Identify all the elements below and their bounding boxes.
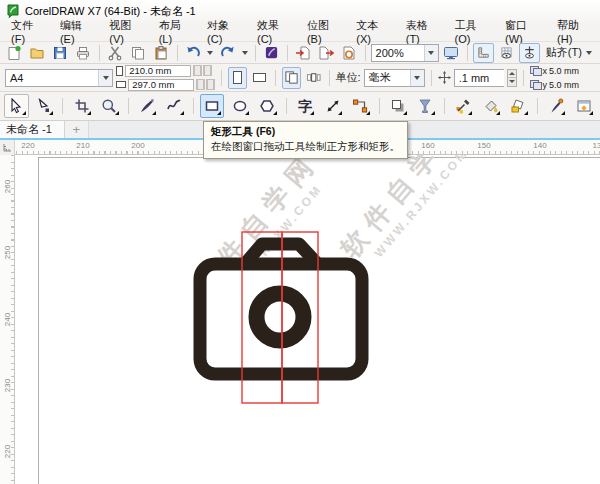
- toolbox: 字: [0, 92, 600, 121]
- duplicate-distance-group: x 5.0 mm y 5.0 mm: [530, 64, 596, 91]
- menu-help[interactable]: 帮助(H): [548, 16, 598, 47]
- shape-tool[interactable]: [32, 94, 57, 118]
- page-width-field[interactable]: 210.0 mm: [125, 65, 191, 77]
- dimension-arrow-icon: [325, 98, 341, 114]
- page-height-spinner[interactable]: [196, 79, 215, 90]
- magnifier-icon: [101, 98, 117, 114]
- ruler-number: 220: [21, 141, 34, 150]
- units-label: 单位:: [336, 70, 361, 85]
- portrait-orientation-button[interactable]: [228, 67, 247, 89]
- pen-nib-icon: [139, 98, 155, 114]
- connector-tool[interactable]: [348, 94, 373, 118]
- rectangle-icon: [204, 98, 220, 114]
- polygon-icon: [259, 98, 275, 114]
- all-pages-button[interactable]: [282, 67, 301, 89]
- page-width-icon: [116, 66, 123, 76]
- ellipse-icon: [232, 98, 248, 114]
- redo-dropdown[interactable]: [240, 43, 249, 63]
- page-width-spinner[interactable]: [193, 65, 212, 76]
- rectangle-tool[interactable]: [200, 94, 225, 118]
- pick-tool[interactable]: [4, 94, 29, 118]
- interactive-fill-tool[interactable]: [571, 94, 596, 118]
- dropdown-caret-icon[interactable]: [424, 45, 438, 61]
- nudge-offset-field[interactable]: .1 mm: [454, 69, 504, 87]
- snap-to-dropdown[interactable]: 贴齐(T): [542, 45, 596, 60]
- show-rulers-toggle[interactable]: [473, 43, 494, 63]
- new-tab-button[interactable]: +: [65, 121, 89, 138]
- transparency-tool[interactable]: [413, 94, 438, 118]
- tooltip-description: 在绘图窗口拖动工具绘制正方形和矩形。: [211, 140, 400, 154]
- freehand-tool[interactable]: [135, 94, 160, 118]
- page-height-field[interactable]: 297.0 mm: [128, 79, 194, 91]
- paste-button[interactable]: [151, 43, 172, 63]
- ruler-number: 240: [3, 312, 12, 327]
- ruler-number: 230: [3, 378, 12, 393]
- page-size-combobox[interactable]: A4: [5, 69, 113, 87]
- workspace: 260 250 240 230 220 软件自学网 WWW.RJXW.COM 软…: [0, 155, 600, 484]
- duplicate-y-sub: y: [543, 80, 548, 90]
- units-value: 毫米: [365, 70, 410, 85]
- show-grid-toggle[interactable]: [496, 43, 517, 63]
- fill-tool[interactable]: [478, 94, 503, 118]
- print-button[interactable]: [73, 43, 94, 63]
- duplicate-x-sub: x: [543, 66, 548, 76]
- connector-icon: [352, 98, 368, 114]
- landscape-orientation-button[interactable]: [250, 67, 269, 89]
- standard-toolbar: 200% 贴齐(T): [0, 42, 600, 64]
- pen-tool[interactable]: [544, 94, 569, 118]
- smart-fill-tool[interactable]: [506, 94, 531, 118]
- dimension-tool[interactable]: [320, 94, 345, 118]
- zoom-tool[interactable]: [97, 94, 122, 118]
- property-bar: A4 210.0 mm 297.0 mm 单位:: [0, 64, 600, 92]
- drop-shadow-tool[interactable]: [386, 94, 411, 118]
- welcome-screen-button[interactable]: [261, 43, 282, 63]
- dropdown-caret-icon: [586, 51, 592, 55]
- ruler-number: 220: [3, 444, 12, 459]
- undo-dropdown[interactable]: [206, 43, 215, 63]
- undo-button[interactable]: [183, 43, 204, 63]
- new-document-button[interactable]: [4, 43, 25, 63]
- text-tool[interactable]: 字: [293, 94, 318, 118]
- portrait-icon: [233, 71, 242, 84]
- export-button[interactable]: [316, 43, 337, 63]
- nudge-offset-spinner[interactable]: [507, 69, 517, 87]
- squiggle-icon: [166, 98, 182, 114]
- smart-drawing-tool[interactable]: [162, 94, 187, 118]
- import-button[interactable]: [293, 43, 314, 63]
- dropdown-caret-icon[interactable]: [98, 70, 112, 86]
- ruler-origin-icon[interactable]: [0, 140, 15, 155]
- fill-dialog-icon: [576, 98, 592, 114]
- dropdown-caret-icon[interactable]: [410, 70, 424, 86]
- units-combobox[interactable]: 毫米: [364, 69, 425, 87]
- zoom-level-combobox[interactable]: 200%: [371, 44, 439, 62]
- copy-button[interactable]: [128, 43, 149, 63]
- toolbar-separator: [255, 45, 256, 61]
- vertical-ruler: 260 250 240 230 220: [0, 155, 15, 484]
- tab-untitled-1[interactable]: 未命名 -1: [0, 121, 65, 138]
- duplicate-y-field[interactable]: 5.0 mm: [549, 80, 595, 90]
- shape-edit-icon: [36, 98, 52, 114]
- publish-to-pdf-button[interactable]: [339, 43, 360, 63]
- snap-to-guides-toggle[interactable]: [519, 43, 540, 63]
- current-page-button[interactable]: [304, 67, 323, 89]
- drawing-canvas[interactable]: 软件自学网 WWW.RJXW.COM 软件自学网 WWW.RJXW.COM: [15, 155, 600, 484]
- outline-pen-icon: [548, 98, 564, 114]
- color-eyedropper-tool[interactable]: [451, 94, 476, 118]
- current-page-icon: [306, 70, 321, 85]
- polygon-tool[interactable]: [255, 94, 280, 118]
- menu-table[interactable]: 表格(T): [397, 16, 446, 47]
- crop-tool[interactable]: [69, 94, 94, 118]
- ruler-number: 150: [477, 141, 490, 150]
- cut-button[interactable]: [105, 43, 126, 63]
- full-screen-preview-button[interactable]: [441, 43, 462, 63]
- save-button[interactable]: [50, 43, 71, 63]
- redo-button[interactable]: [217, 43, 238, 63]
- rectangle-tool-tooltip: 矩形工具 (F6) 在绘图窗口拖动工具绘制正方形和矩形。: [203, 121, 408, 159]
- page-height-icon: [116, 81, 126, 88]
- open-button[interactable]: [27, 43, 48, 63]
- tooltip-title: 矩形工具 (F6): [211, 125, 400, 139]
- ruler-number: 13: [593, 141, 600, 150]
- duplicate-x-field[interactable]: 5.0 mm: [549, 66, 595, 76]
- pick-cursor-icon: [8, 98, 24, 114]
- ellipse-tool[interactable]: [227, 94, 252, 118]
